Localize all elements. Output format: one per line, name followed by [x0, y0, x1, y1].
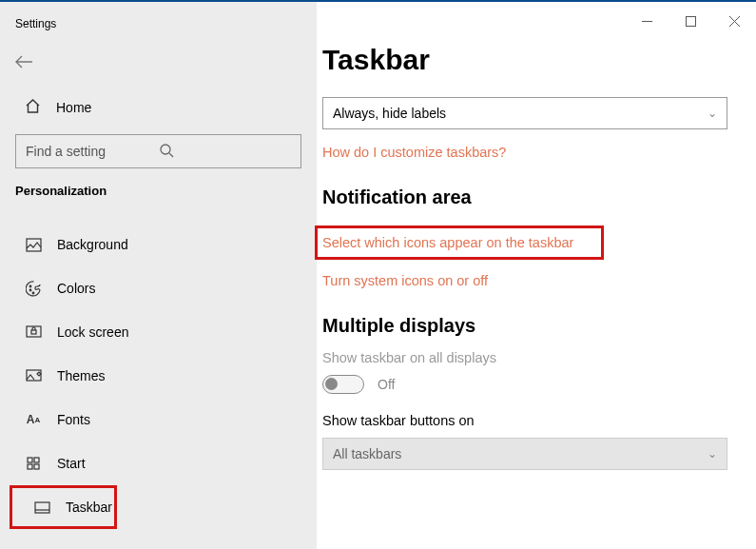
picture-icon [25, 238, 42, 252]
minimize-button[interactable] [625, 8, 669, 34]
svg-rect-15 [686, 16, 695, 26]
combine-buttons-dropdown[interactable]: Always, hide labels ⌄ [322, 97, 727, 129]
sidebar-item-label: Fonts [57, 412, 90, 427]
show-buttons-on-dropdown[interactable]: All taskbars ⌄ [322, 438, 727, 470]
themes-icon [25, 369, 42, 383]
toggle-state-label: Off [378, 377, 395, 392]
sidebar-item-label: Background [57, 237, 128, 252]
close-button[interactable] [712, 8, 756, 34]
svg-rect-6 [31, 330, 36, 334]
taskbar-icon [34, 501, 50, 514]
home-icon [25, 98, 41, 117]
page-title: Taskbar [317, 44, 743, 76]
dropdown-value: All taskbars [333, 446, 401, 461]
palette-icon [25, 281, 42, 297]
link-customize-taskbars[interactable]: How do I customize taskbars? [317, 145, 743, 160]
svg-rect-5 [27, 326, 41, 337]
sidebar-item-background[interactable]: Background [0, 223, 317, 266]
link-system-icons[interactable]: Turn system icons on or off [317, 273, 743, 288]
show-buttons-on-label: Show taskbar buttons on [317, 413, 743, 428]
link-select-icons[interactable]: Select which icons appear on the taskbar [317, 227, 602, 258]
sidebar-item-label: Taskbar [66, 500, 112, 515]
toggle-track [322, 375, 364, 394]
svg-rect-8 [28, 458, 32, 462]
home-nav[interactable]: Home [0, 88, 317, 127]
svg-point-3 [29, 289, 31, 291]
sidebar-item-label: Themes [57, 368, 106, 383]
chevron-down-icon: ⌄ [708, 447, 717, 461]
search-icon [159, 143, 292, 161]
start-icon [25, 457, 42, 471]
chevron-down-icon: ⌄ [708, 107, 717, 120]
svg-rect-12 [35, 502, 49, 513]
svg-point-0 [161, 145, 170, 154]
lockscreen-icon [25, 325, 42, 340]
svg-point-4 [32, 292, 34, 294]
fonts-icon: AA [25, 413, 42, 426]
sidebar-item-colors[interactable]: Colors [0, 266, 317, 310]
sidebar-item-taskbar[interactable]: Taskbar [10, 485, 117, 529]
window-title: Settings [0, 15, 317, 32]
maximize-button[interactable] [669, 8, 712, 34]
show-all-displays-label: Show taskbar on all displays [317, 350, 743, 365]
home-label: Home [56, 100, 91, 115]
section-multiple-displays: Multiple displays [317, 315, 743, 337]
svg-rect-11 [34, 464, 39, 469]
section-notification-area: Notification area [317, 186, 743, 208]
search-placeholder: Find a setting [26, 144, 159, 159]
sidebar-item-label: Colors [57, 281, 95, 296]
svg-rect-9 [34, 458, 39, 462]
show-all-displays-toggle[interactable]: Off [317, 375, 743, 394]
sidebar-item-themes[interactable]: Themes [0, 354, 317, 398]
sidebar-item-label: Lock screen [57, 324, 128, 340]
category-header: Personalization [0, 178, 317, 211]
sidebar-item-label: Start [57, 456, 86, 471]
back-button[interactable] [4, 49, 317, 77]
svg-point-2 [29, 285, 31, 287]
sidebar-item-start[interactable]: Start [0, 441, 317, 485]
search-input[interactable]: Find a setting [15, 134, 301, 168]
svg-rect-10 [28, 464, 32, 469]
sidebar-item-lockscreen[interactable]: Lock screen [0, 310, 317, 354]
sidebar-item-fonts[interactable]: AA Fonts [0, 398, 317, 441]
dropdown-value: Always, hide labels [333, 106, 446, 121]
